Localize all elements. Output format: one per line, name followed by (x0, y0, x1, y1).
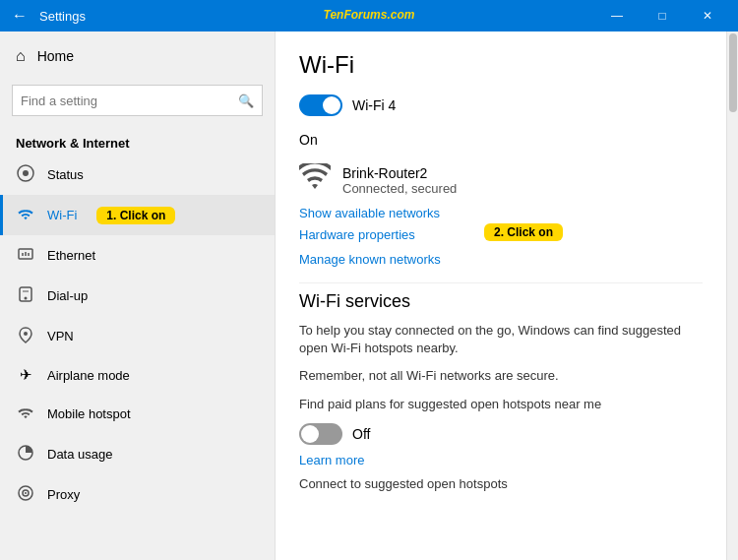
paid-plans-off-label: Off (352, 426, 370, 442)
annotation-2-badge: 2. Click on (484, 223, 563, 241)
sidebar-item-label: Mobile hotspot (47, 406, 131, 421)
annotation-1-badge: 1. Click on (96, 207, 175, 224)
on-label: On (299, 132, 318, 148)
content-area: Wi-Fi Wi-Fi 4 On (276, 31, 726, 560)
sidebar-item-label: Ethernet (47, 248, 95, 263)
manage-networks-link[interactable]: Manage known networks (299, 252, 703, 267)
wifi-icon (16, 205, 35, 225)
sidebar-item-home[interactable]: ⌂ Home (0, 31, 275, 81)
data-icon (16, 444, 35, 465)
search-icon: 🔍 (238, 93, 254, 108)
services-text-1: To help you stay connected on the go, Wi… (299, 322, 693, 357)
sidebar-item-hotspot[interactable]: Mobile hotspot (0, 394, 275, 434)
learn-more-link[interactable]: Learn more (299, 453, 703, 467)
status-icon (16, 164, 35, 185)
connected-wifi-icon (299, 163, 331, 198)
ethernet-icon (16, 245, 35, 266)
sidebar-item-proxy[interactable]: Proxy (0, 474, 275, 515)
sidebar: ⌂ Home 🔍 Network & Internet Status Wi-Fi… (0, 31, 276, 560)
search-input[interactable] (21, 93, 238, 108)
sidebar-item-data[interactable]: Data usage (0, 434, 275, 474)
proxy-icon (16, 484, 35, 505)
section-divider (299, 282, 703, 283)
paid-plans-toggle[interactable] (299, 423, 342, 445)
app-title: Settings (39, 9, 86, 24)
search-box[interactable]: 🔍 (12, 85, 263, 116)
sidebar-section-label: Network & Internet (0, 128, 275, 155)
page-title: Wi-Fi (299, 51, 703, 79)
connect-label: Connect to suggested open hotspots (299, 475, 693, 493)
wifi-on-row: On (299, 132, 703, 148)
network-name: Brink-Router2 (342, 165, 457, 181)
content-wrapper: Wi-Fi Wi-Fi 4 On (276, 31, 738, 560)
sidebar-item-ethernet[interactable]: Ethernet (0, 235, 275, 276)
vpn-icon (16, 326, 35, 346)
wifi-network-row: Brink-Router2 Connected, secured (299, 163, 703, 198)
home-label: Home (37, 48, 74, 64)
show-networks-link[interactable]: Show available networks (299, 206, 703, 220)
svg-point-1 (23, 170, 29, 176)
svg-point-13 (25, 492, 27, 494)
sidebar-item-label: VPN (47, 329, 74, 343)
close-button[interactable]: ✕ (685, 0, 730, 31)
sidebar-item-airplane[interactable]: ✈ Airplane mode (0, 356, 275, 394)
wifi4-label: Wi-Fi 4 (352, 97, 396, 113)
dialup-icon (16, 285, 35, 306)
sidebar-item-status[interactable]: Status (0, 155, 275, 195)
network-status: Connected, secured (342, 181, 457, 196)
wifi-toggle-row: Wi-Fi 4 (299, 94, 703, 116)
airplane-icon: ✈ (16, 366, 35, 384)
sidebar-item-vpn[interactable]: VPN (0, 316, 275, 356)
hardware-link-container: Hardware properties 2. Click on (299, 227, 415, 246)
wifi-toggle[interactable] (299, 94, 342, 116)
sidebar-item-wifi[interactable]: Wi-Fi 1. Click on (0, 195, 275, 235)
sidebar-item-label: Status (47, 167, 84, 182)
svg-point-9 (24, 332, 28, 336)
sidebar-item-dialup[interactable]: Dial-up (0, 276, 275, 316)
scrollbar-thumb (729, 33, 737, 112)
services-text-2: Remember, not all Wi-Fi networks are sec… (299, 367, 693, 385)
sidebar-item-label: Wi-Fi (47, 208, 77, 222)
sidebar-item-label: Data usage (47, 447, 113, 462)
network-info: Brink-Router2 Connected, secured (342, 165, 457, 196)
sidebar-item-label: Dial-up (47, 288, 88, 303)
maximize-button[interactable]: □ (640, 0, 685, 31)
back-button[interactable]: ← (8, 4, 31, 28)
hotspot-icon (16, 404, 35, 424)
content-scrollbar[interactable] (726, 31, 738, 560)
minimize-button[interactable]: — (594, 0, 640, 31)
paid-plans-toggle-row: Off (299, 423, 703, 445)
titlebar: ← Settings TenForums.com — □ ✕ (0, 0, 738, 31)
wifi-services-title: Wi-Fi services (299, 291, 703, 312)
sidebar-item-label: Proxy (47, 487, 80, 502)
services-text-3: Find paid plans for suggested open hotsp… (299, 396, 693, 413)
hardware-properties-link[interactable]: Hardware properties (299, 227, 415, 242)
sidebar-item-label: Airplane mode (47, 368, 130, 383)
app-body: ⌂ Home 🔍 Network & Internet Status Wi-Fi… (0, 31, 738, 560)
home-icon: ⌂ (16, 47, 26, 65)
svg-point-7 (25, 297, 28, 300)
window-controls: — □ ✕ (594, 0, 730, 31)
watermark: TenForums.com (324, 8, 415, 22)
